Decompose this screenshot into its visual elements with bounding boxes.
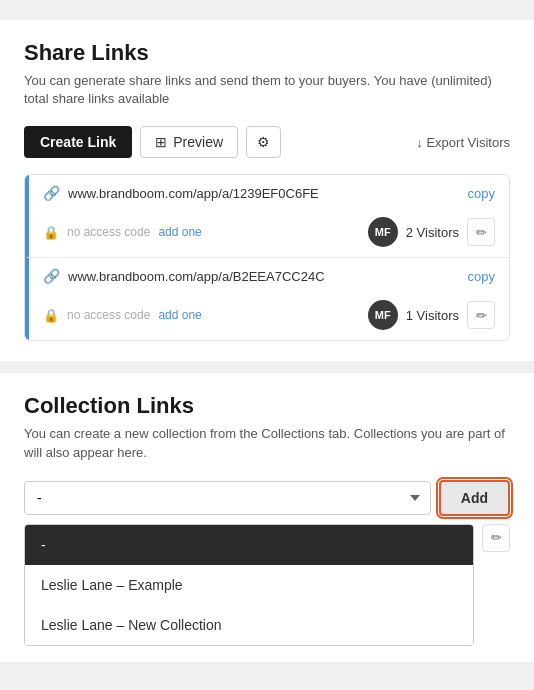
collection-links-desc: You can create a new collection from the… [24, 425, 510, 461]
preview-icon: ⊞ [155, 134, 167, 150]
dropdown-item-leslie-example[interactable]: Leslie Lane – Example [25, 565, 473, 605]
link-url-row: 🔗 www.brandboom.com/app/a/B2EEA7CC24C co… [29, 258, 509, 294]
edit-icon: ✏ [476, 308, 487, 323]
link-bottom-row: 🔒 no access code add one MF 1 Visitors ✏ [29, 294, 509, 340]
link-card: 🔗 www.brandboom.com/app/a/1239EF0C6FE co… [25, 175, 509, 258]
avatar: MF [368, 300, 398, 330]
link-url: www.brandboom.com/app/a/1239EF0C6FE [68, 186, 460, 201]
no-access-label: no access code [67, 225, 150, 239]
edit-icon: ✏ [476, 225, 487, 240]
collection-dropdown: - Leslie Lane – Example Leslie Lane – Ne… [24, 524, 474, 646]
visitors-count: 2 Visitors [406, 225, 459, 240]
share-links-desc: You can generate share links and send th… [24, 72, 510, 108]
dropdown-item-dash[interactable]: - [25, 525, 473, 565]
edit-link-button[interactable]: ✏ [467, 301, 495, 329]
edit-icon: ✏ [491, 530, 502, 545]
link-icon: 🔗 [43, 268, 60, 284]
lock-icon: 🔒 [43, 308, 59, 323]
preview-button[interactable]: ⊞ Preview [140, 126, 238, 158]
edit-link-button[interactable]: ✏ [467, 218, 495, 246]
collection-links-section: Collection Links You can create a new co… [0, 373, 534, 661]
edit-collection-button[interactable]: ✏ [482, 524, 510, 552]
copy-button[interactable]: copy [468, 186, 495, 201]
add-one-button[interactable]: add one [158, 308, 201, 322]
link-bottom-row: 🔒 no access code add one MF 2 Visitors ✏ [29, 211, 509, 257]
lock-icon: 🔒 [43, 225, 59, 240]
create-link-button[interactable]: Create Link [24, 126, 132, 158]
collection-links-title: Collection Links [24, 393, 510, 419]
copy-button[interactable]: copy [468, 269, 495, 284]
collection-select[interactable]: - Leslie Lane – Example Leslie Lane – Ne… [24, 481, 431, 515]
link-url-row: 🔗 www.brandboom.com/app/a/1239EF0C6FE co… [29, 175, 509, 211]
collection-controls: - Leslie Lane – Example Leslie Lane – Ne… [24, 480, 510, 516]
avatar: MF [368, 217, 398, 247]
dropdown-item-leslie-new[interactable]: Leslie Lane – New Collection [25, 605, 473, 645]
no-access-label: no access code [67, 308, 150, 322]
link-icon: 🔗 [43, 185, 60, 201]
add-collection-button[interactable]: Add [439, 480, 510, 516]
toolbar: Create Link ⊞ Preview ⚙ ↓ Export Visitor… [24, 126, 510, 158]
collection-row: - Leslie Lane – Example Leslie Lane – Ne… [24, 516, 510, 662]
gear-button[interactable]: ⚙ [246, 126, 281, 158]
export-visitors-link[interactable]: ↓ Export Visitors [416, 135, 510, 150]
share-links-section: Share Links You can generate share links… [0, 20, 534, 361]
share-links-title: Share Links [24, 40, 510, 66]
add-one-button[interactable]: add one [158, 225, 201, 239]
links-container: 🔗 www.brandboom.com/app/a/1239EF0C6FE co… [24, 174, 510, 341]
link-card: 🔗 www.brandboom.com/app/a/B2EEA7CC24C co… [25, 258, 509, 340]
gear-icon: ⚙ [257, 134, 270, 150]
page-container: Share Links You can generate share links… [0, 0, 534, 662]
link-url: www.brandboom.com/app/a/B2EEA7CC24C [68, 269, 460, 284]
dropdown-wrapper: - Leslie Lane – Example Leslie Lane – Ne… [24, 516, 474, 646]
visitors-count: 1 Visitors [406, 308, 459, 323]
